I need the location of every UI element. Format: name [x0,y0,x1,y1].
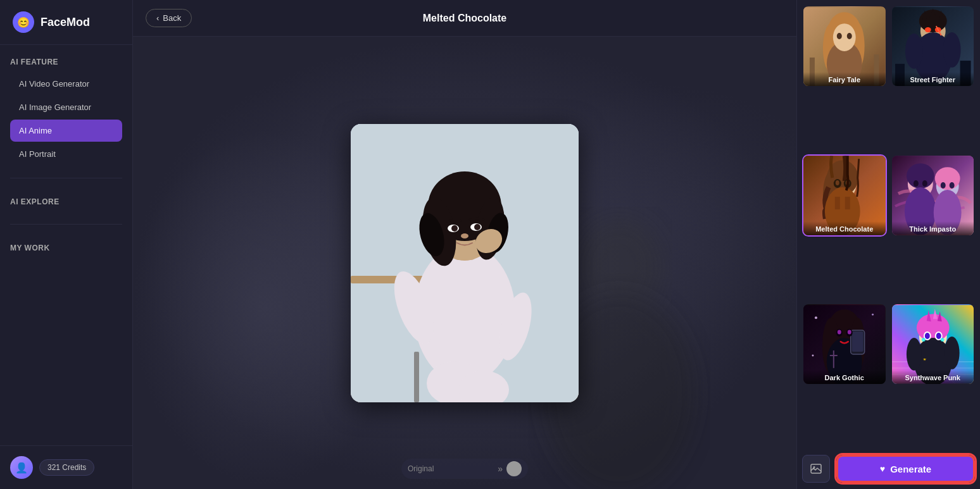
svg-point-46 [924,27,931,32]
sidebar-item-ai-image-generator[interactable]: AI Image Generator [10,96,122,118]
melted-chocolate-label: Melted Chocolate [803,221,886,235]
dark-gothic-label: Dark Gothic [803,370,886,384]
slider-arrows-icon: » [498,464,503,474]
style-card-fairy-tale[interactable]: Fairy Tale [802,5,887,87]
svg-point-68 [922,180,927,187]
my-work-title: My Work [10,244,122,252]
sidebar-item-ai-anime[interactable]: AI Anime [10,120,122,142]
style-grid: Fairy Tale [802,5,975,449]
style-card-thick-impasto[interactable]: Thick Impasto [891,154,976,237]
back-chevron-icon: ‹ [156,13,159,23]
main-image-inner [351,124,579,402]
street-fighter-label: Street Fighter [892,72,974,86]
sidebar-item-ai-video-generator[interactable]: AI Video Generator [10,73,122,95]
thick-impasto-label: Thick Impasto [892,221,974,235]
svg-point-88 [838,330,841,334]
image-icon [810,462,822,475]
svg-point-83 [812,354,814,356]
divider-2 [10,224,122,225]
svg-point-44 [905,34,922,69]
synthwave-punk-label: Synthwave Punk [892,370,974,384]
canvas-area: Original » [133,37,796,489]
svg-point-19 [474,224,481,230]
style-card-melted-chocolate[interactable]: Melted Chocolate [802,154,887,237]
svg-point-69 [940,182,945,189]
slider-thumb[interactable] [506,461,522,476]
svg-point-32 [837,33,842,39]
svg-rect-57 [845,197,850,209]
style-card-street-fighter[interactable]: Street Fighter [891,5,976,87]
svg-point-67 [913,180,918,187]
ai-feature-title: AI Feature [10,58,122,66]
slider-track[interactable]: Original » [401,459,528,479]
svg-point-66 [934,167,960,190]
credits-badge[interactable]: 321 Credits [39,459,94,476]
right-panel: Fairy Tale [796,0,980,489]
svg-point-18 [451,225,458,232]
top-bar: ‹ Back Melted Chocolate [133,0,796,37]
generate-row: ♥ Generate [802,449,975,484]
generate-label: Generate [890,464,931,474]
svg-point-45 [943,32,960,68]
svg-point-20 [461,233,468,238]
page-title: Melted Chocolate [423,13,506,24]
svg-rect-80 [852,331,864,352]
back-button[interactable]: ‹ Back [146,9,192,27]
sidebar-bottom: 👤 321 Credits [0,445,132,489]
logo-icon: 😊 [13,11,34,33]
svg-point-82 [872,314,874,316]
svg-point-31 [833,23,856,51]
svg-point-64 [906,163,934,189]
sidebar-item-ai-portrait[interactable]: AI Portrait [10,143,122,165]
canvas-slider-bar: Original » [401,459,528,479]
ai-explore-title: AI Explore [10,197,122,206]
svg-point-60 [836,180,839,185]
avatar[interactable]: 👤 [10,456,33,479]
svg-point-102 [906,338,921,371]
ai-feature-section: AI Feature AI Video Generator AI Image G… [0,45,132,171]
heart-icon: ♥ [880,464,885,474]
fairy-tale-label: Fairy Tale [803,72,886,86]
svg-point-97 [916,314,949,342]
sidebar: 😊 FaceMod AI Feature AI Video Generator … [0,0,133,489]
style-card-dark-gothic[interactable]: Dark Gothic [802,303,887,385]
svg-point-109 [921,338,925,342]
generate-button[interactable]: ♥ Generate [836,455,975,483]
back-label: Back [163,13,181,23]
main-content: ‹ Back Melted Chocolate [133,0,796,489]
my-work-section: My Work [0,231,132,264]
svg-point-106 [924,333,929,339]
main-image-card [351,124,579,402]
svg-rect-56 [835,197,840,209]
ai-explore-section: AI Explore [0,185,132,218]
svg-point-33 [847,33,852,39]
svg-point-103 [944,337,959,369]
style-card-synthwave-punk[interactable]: Synthwave Punk [891,303,976,385]
divider-1 [10,178,122,178]
logo-text: FaceMod [41,16,90,29]
image-icon-button[interactable] [802,455,830,483]
svg-point-107 [936,333,941,339]
slider-label: Original [408,464,434,473]
svg-rect-4 [414,352,419,402]
svg-point-70 [949,182,954,189]
svg-point-81 [815,316,817,319]
logo-area: 😊 FaceMod [0,0,132,45]
svg-point-110 [940,338,944,342]
svg-point-89 [848,330,851,334]
